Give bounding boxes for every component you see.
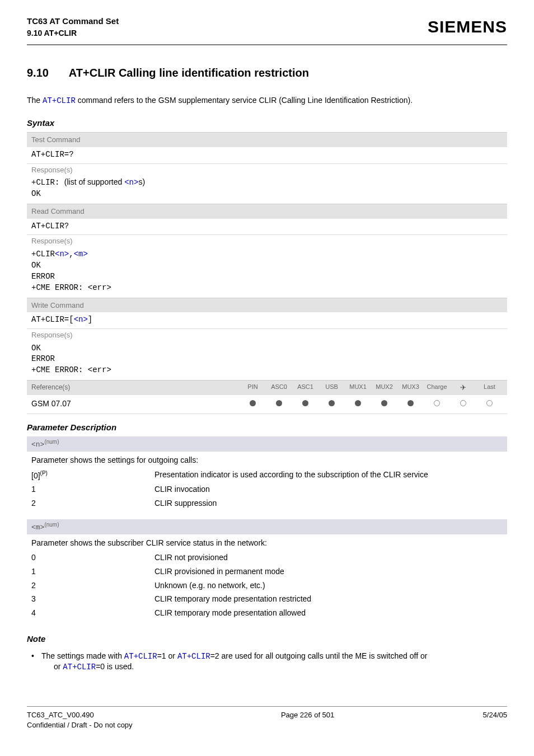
- param-row: 1CLIR provisioned in permanent mode: [31, 565, 503, 579]
- dot-empty-icon: [476, 398, 503, 409]
- brand-logo: SIEMENS: [428, 16, 507, 39]
- param-row: 4CLIR temporary mode presentation allowe…: [31, 606, 503, 620]
- param-row: 3CLIR temporary mode presentation restri…: [31, 592, 503, 606]
- col-asc0: ASC0: [266, 383, 292, 393]
- param-n-header: <n>(num): [27, 436, 507, 452]
- param-row: [0](P)Presentation indicator is used acc…: [31, 468, 503, 483]
- param-meaning: CLIR invocation: [154, 484, 503, 495]
- param-n-desc: Parameter shows the settings for outgoin…: [27, 452, 507, 468]
- atclir-link[interactable]: AT+CLIR: [63, 663, 96, 672]
- param-n-link[interactable]: <n>: [124, 178, 138, 187]
- reference-columns: PIN ASC0 ASC1 USB MUX1 MUX2 MUX3 Charge …: [223, 381, 507, 395]
- test-command-label: Test Command: [27, 132, 507, 147]
- read-command-label: Read Command: [27, 204, 507, 219]
- syntax-box: Test Command AT+CLIR=? Response(s) +CLIR…: [27, 132, 507, 414]
- dot-filled-icon: [266, 398, 292, 409]
- param-n-table: [0](P)Presentation indicator is used acc…: [27, 468, 507, 516]
- read-response-body: +CLIR<n>,<m> OK ERROR +CME ERROR: <err>: [27, 247, 507, 298]
- footer-version: TC63_ATC_V00.490: [27, 710, 133, 720]
- param-value: 1: [31, 566, 154, 577]
- param-meaning: Presentation indicator is used according…: [154, 469, 503, 481]
- col-mux1: MUX1: [345, 383, 371, 393]
- write-response-body: OK ERROR +CME ERROR: <err>: [27, 341, 507, 381]
- param-value: [0](P): [31, 469, 154, 481]
- param-meaning: CLIR temporary mode presentation restric…: [154, 594, 503, 604]
- reference-dots: [223, 398, 507, 409]
- col-mux2: MUX2: [371, 383, 397, 393]
- note-item: • The settings made with AT+CLIR=1 or AT…: [31, 651, 507, 673]
- param-row: 0CLIR not provisioned: [31, 551, 503, 565]
- test-responses-label: Response(s): [27, 163, 507, 176]
- col-pin: PIN: [240, 383, 266, 393]
- param-value: 2: [31, 498, 154, 509]
- page-footer: TC63_ATC_V00.490 Confidential / Draft - …: [27, 707, 507, 730]
- param-value: 4: [31, 608, 154, 618]
- section-title: 9.10 AT+CLIR Calling line identification…: [27, 65, 507, 81]
- dot-filled-icon: [240, 398, 266, 409]
- col-last: Last: [476, 383, 503, 393]
- param-m-header: <m>(num): [27, 519, 507, 534]
- param-value: 1: [31, 484, 154, 495]
- param-meaning: CLIR provisioned in permanent mode: [154, 566, 503, 577]
- dot-empty-icon: [450, 398, 476, 409]
- col-usb: USB: [318, 383, 345, 393]
- param-row: 1CLIR invocation: [31, 482, 503, 496]
- read-responses-label: Response(s): [27, 234, 507, 247]
- param-m-link[interactable]: <m>: [74, 250, 88, 259]
- read-command-code: AT+CLIR?: [27, 219, 507, 235]
- doc-subtitle: 9.10 AT+CLIR: [27, 28, 119, 39]
- write-command-label: Write Command: [27, 298, 507, 313]
- footer-page-number: Page 226 of 501: [281, 710, 334, 730]
- col-charge: Charge: [424, 383, 450, 393]
- param-value: 2: [31, 580, 154, 591]
- param-meaning: CLIR suppression: [154, 498, 503, 509]
- note-heading: Note: [27, 633, 507, 645]
- param-meaning: Unknown (e.g. no network, etc.): [154, 580, 503, 591]
- test-command-code: AT+CLIR=?: [27, 147, 507, 163]
- footer-date: 5/24/05: [483, 710, 507, 730]
- param-row: 2Unknown (e.g. no network, etc.): [31, 579, 503, 593]
- col-mux3: MUX3: [397, 383, 424, 393]
- param-n-link[interactable]: <n>: [74, 315, 88, 324]
- param-value: 0: [31, 552, 154, 563]
- intro-paragraph: The AT+CLIR command refers to the GSM su…: [27, 95, 507, 106]
- atclir-link[interactable]: AT+CLIR: [43, 96, 76, 105]
- references-label: Reference(s): [27, 381, 223, 395]
- write-responses-label: Response(s): [27, 328, 507, 341]
- write-command-code: AT+CLIR=[<n>]: [27, 312, 507, 328]
- note-list: • The settings made with AT+CLIR=1 or AT…: [27, 649, 507, 673]
- reference-value: GSM 07.07: [27, 398, 223, 409]
- param-m-desc: Parameter shows the subscriber CLIR serv…: [27, 534, 507, 551]
- atclir-link[interactable]: AT+CLIR: [124, 652, 157, 661]
- param-meaning: CLIR not provisioned: [154, 552, 503, 563]
- reference-header-row: Reference(s) PIN ASC0 ASC1 USB MUX1 MUX2…: [27, 380, 507, 395]
- param-value: 3: [31, 594, 154, 604]
- dot-filled-icon: [318, 398, 345, 409]
- page-header: TC63 AT Command Set 9.10 AT+CLIR SIEMENS: [27, 16, 507, 39]
- syntax-heading: Syntax: [27, 118, 507, 129]
- parameter-description-heading: Parameter Description: [27, 422, 507, 433]
- param-m-table: 0CLIR not provisioned1CLIR provisioned i…: [27, 551, 507, 626]
- reference-data-row: GSM 07.07: [27, 395, 507, 414]
- bullet-icon: •: [31, 651, 41, 673]
- footer-left: TC63_ATC_V00.490 Confidential / Draft - …: [27, 710, 133, 730]
- col-asc1: ASC1: [292, 383, 318, 393]
- section-heading-text: AT+CLIR Calling line identification rest…: [69, 67, 309, 79]
- dot-filled-icon: [371, 398, 397, 409]
- test-response-body: +CLIR: (list of supported <n>s) OK: [27, 176, 507, 204]
- dot-filled-icon: [345, 398, 371, 409]
- doc-title: TC63 AT Command Set: [27, 16, 119, 27]
- section-number: 9.10: [27, 65, 66, 81]
- param-n-link[interactable]: <n>: [55, 250, 69, 259]
- dot-filled-icon: [292, 398, 318, 409]
- col-airplane-icon: ✈: [450, 383, 476, 393]
- header-rule: [27, 44, 507, 45]
- param-meaning: CLIR temporary mode presentation allowed: [154, 608, 503, 618]
- dot-empty-icon: [424, 398, 450, 409]
- param-row: 2CLIR suppression: [31, 496, 503, 510]
- note-text: The settings made with AT+CLIR=1 or AT+C…: [41, 651, 507, 673]
- dot-filled-icon: [397, 398, 424, 409]
- header-left: TC63 AT Command Set 9.10 AT+CLIR: [27, 16, 119, 39]
- footer-confidential: Confidential / Draft - Do not copy: [27, 720, 133, 730]
- atclir-link[interactable]: AT+CLIR: [177, 652, 210, 661]
